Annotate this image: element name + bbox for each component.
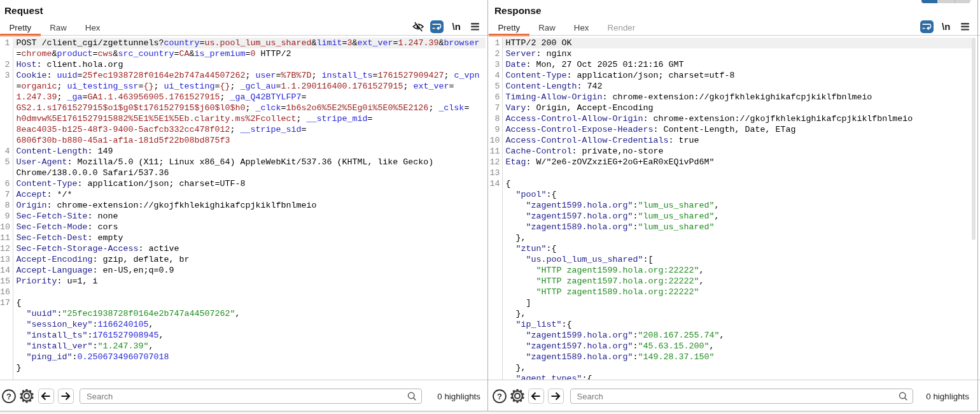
svg-text:?: ? — [497, 391, 502, 401]
svg-text:?: ? — [6, 391, 11, 401]
